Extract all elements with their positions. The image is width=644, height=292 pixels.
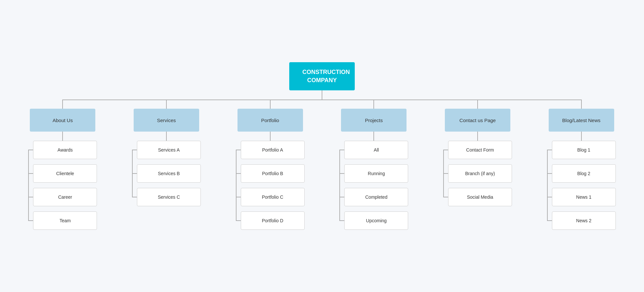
child-h-line xyxy=(547,197,552,197)
bracket-vertical-services xyxy=(132,150,133,197)
child-h-line xyxy=(443,173,448,174)
child-wrapper: Contact Form xyxy=(443,141,512,159)
child-h-line xyxy=(443,150,448,150)
child-node: Completed xyxy=(344,188,408,206)
child-wrapper: Services C xyxy=(132,188,201,206)
bracket-vertical-portfolio xyxy=(236,150,237,221)
child-wrapper: News 1 xyxy=(547,188,616,206)
col-top-line-projects xyxy=(373,100,374,109)
column-services: ServicesServices AServices BServices C xyxy=(115,100,218,206)
child-node: Portfolio D xyxy=(241,211,305,230)
column-about-us: About UsAwardsClienteleCareerTeam xyxy=(11,100,115,230)
parent-node-about-us: About Us xyxy=(30,109,95,132)
column-blog: Blog/Latest NewsBlog 1Blog 2News 1News 2 xyxy=(529,100,633,230)
child-node: Career xyxy=(33,188,97,206)
parent-node-services: Services xyxy=(134,109,199,132)
child-node: Branch (if any) xyxy=(448,164,512,183)
child-wrapper: Clientele xyxy=(28,164,97,183)
child-wrapper: News 2 xyxy=(547,211,616,230)
child-h-line xyxy=(236,173,241,174)
child-node: News 2 xyxy=(552,211,616,230)
column-contact-us: Contact us PageContact FormBranch (if an… xyxy=(426,100,530,206)
child-node: Portfolio C xyxy=(241,188,305,206)
children-section-blog: Blog 1Blog 2News 1News 2 xyxy=(547,141,616,230)
child-h-line xyxy=(28,150,33,150)
child-wrapper: Awards xyxy=(28,141,97,159)
child-wrapper: Team xyxy=(28,211,97,230)
child-h-line xyxy=(132,197,137,197)
parent-bottom-line-portfolio xyxy=(270,132,271,141)
child-wrapper: Blog 2 xyxy=(547,164,616,183)
column-portfolio: PortfolioPortfolio APortfolio BPortfolio… xyxy=(218,100,322,230)
bracket-vertical-projects xyxy=(339,150,340,221)
parent-node-portfolio: Portfolio xyxy=(237,109,303,132)
child-h-line xyxy=(132,150,137,150)
child-wrapper: Upcoming xyxy=(339,211,408,230)
child-h-line xyxy=(132,173,137,174)
child-node: Portfolio A xyxy=(241,141,305,159)
child-wrapper: Branch (if any) xyxy=(443,164,512,183)
parent-bottom-line-contact-us xyxy=(477,132,478,141)
child-wrapper: Services A xyxy=(132,141,201,159)
child-wrapper: Completed xyxy=(339,188,408,206)
child-wrapper: All xyxy=(339,141,408,159)
child-h-line xyxy=(339,150,344,150)
columns-row: About UsAwardsClienteleCareerTeamService… xyxy=(11,100,633,230)
root-node: CONSTRUCTION COMPANY xyxy=(289,62,355,90)
parent-bottom-line-services xyxy=(166,132,167,141)
child-node: Blog 2 xyxy=(552,164,616,183)
child-h-line xyxy=(236,197,241,197)
child-node: News 1 xyxy=(552,188,616,206)
child-h-line xyxy=(547,173,552,174)
parent-node-contact-us: Contact us Page xyxy=(445,109,510,132)
parent-bottom-line-about-us xyxy=(62,132,63,141)
child-h-line xyxy=(547,150,552,150)
parent-bottom-line-projects xyxy=(373,132,374,141)
child-h-line xyxy=(443,197,448,197)
child-wrapper: Running xyxy=(339,164,408,183)
col-top-line-contact-us xyxy=(477,100,478,109)
children-section-about-us: AwardsClienteleCareerTeam xyxy=(28,141,97,230)
child-wrapper: Career xyxy=(28,188,97,206)
parent-node-blog: Blog/Latest News xyxy=(549,109,614,132)
bracket-vertical-about-us xyxy=(28,150,29,221)
child-node: Services B xyxy=(137,164,201,183)
org-chart: CONSTRUCTION COMPANY About UsAwardsClien… xyxy=(11,62,633,230)
child-wrapper: Portfolio A xyxy=(236,141,305,159)
child-node: Team xyxy=(33,211,97,230)
child-h-line xyxy=(28,220,33,221)
parent-node-projects: Projects xyxy=(341,109,407,132)
bracket-vertical-contact-us xyxy=(443,150,444,197)
child-h-line xyxy=(547,220,552,221)
columns-container: About UsAwardsClienteleCareerTeamService… xyxy=(11,100,633,230)
child-node: Social Media xyxy=(448,188,512,206)
root-connector xyxy=(322,90,322,100)
col-top-line-services xyxy=(166,100,167,109)
child-node: Clientele xyxy=(33,164,97,183)
col-top-line-portfolio xyxy=(270,100,271,109)
child-h-line xyxy=(28,173,33,174)
child-node: Awards xyxy=(33,141,97,159)
column-projects: ProjectsAllRunningCompletedUpcoming xyxy=(322,100,426,230)
child-wrapper: Portfolio C xyxy=(236,188,305,206)
child-node: Blog 1 xyxy=(552,141,616,159)
child-wrapper: Social Media xyxy=(443,188,512,206)
child-h-line xyxy=(236,220,241,221)
child-wrapper: Portfolio B xyxy=(236,164,305,183)
bracket-vertical-blog xyxy=(547,150,548,221)
child-node: All xyxy=(344,141,408,159)
child-wrapper: Services B xyxy=(132,164,201,183)
child-node: Upcoming xyxy=(344,211,408,230)
children-section-contact-us: Contact FormBranch (if any)Social Media xyxy=(443,141,512,206)
children-section-services: Services AServices BServices C xyxy=(132,141,201,206)
child-node: Contact Form xyxy=(448,141,512,159)
parent-bottom-line-blog xyxy=(581,132,582,141)
child-node: Running xyxy=(344,164,408,183)
root-label: CONSTRUCTION COMPANY xyxy=(302,69,350,83)
child-node: Services A xyxy=(137,141,201,159)
col-top-line-blog xyxy=(581,100,582,109)
children-section-projects: AllRunningCompletedUpcoming xyxy=(339,141,408,230)
child-h-line xyxy=(339,220,344,221)
child-h-line xyxy=(236,150,241,150)
child-h-line xyxy=(339,173,344,174)
